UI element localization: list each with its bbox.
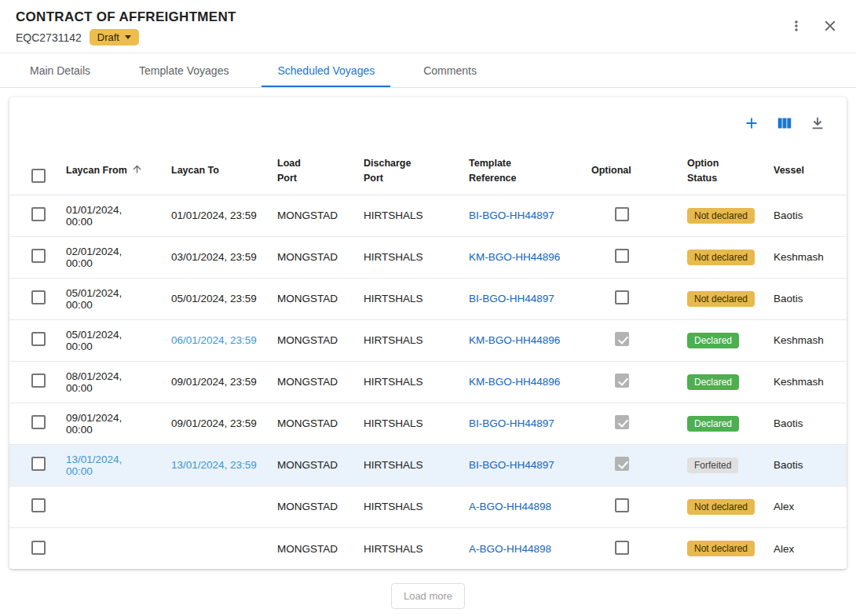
download-button[interactable]: [807, 113, 828, 133]
column-header-label: Discharge Port: [364, 158, 411, 184]
table-row[interactable]: 05/01/2024, 00:00 05/01/2024, 23:59 MONG…: [9, 278, 847, 319]
select-all-checkbox[interactable]: [31, 169, 46, 183]
tab-label: Main Details: [30, 64, 90, 77]
optional-checkbox[interactable]: [615, 374, 629, 388]
laycan-to-cell: 09/01/2024, 23:59: [171, 417, 257, 429]
laycan-to-cell: 13/01/2024, 23:59: [171, 459, 257, 471]
table-row[interactable]: 13/01/2024, 00:00 13/01/2024, 23:59 MONG…: [9, 444, 847, 486]
column-header-load-port[interactable]: Load Port: [265, 148, 351, 195]
option-status-badge: Forfeited: [687, 457, 738, 473]
template-reference-link[interactable]: KM-BGO-HH44896: [469, 251, 560, 263]
optional-checkbox[interactable]: [615, 332, 629, 346]
option-status-badge: Not declared: [687, 291, 755, 307]
column-header-discharge-port[interactable]: Discharge Port: [351, 148, 456, 195]
load-more-wrap: Load more: [9, 569, 847, 616]
option-status-badge: Not declared: [687, 499, 755, 515]
laycan-from-cell: 02/01/2024, 00:00: [66, 246, 122, 269]
laycan-from-cell: 13/01/2024, 00:00: [66, 454, 122, 477]
table-row[interactable]: 09/01/2024, 00:00 09/01/2024, 23:59 MONG…: [9, 403, 847, 444]
optional-checkbox[interactable]: [615, 415, 629, 429]
row-checkbox[interactable]: [31, 249, 46, 263]
download-icon: [809, 115, 826, 132]
laycan-from-cell: 05/01/2024, 00:00: [66, 287, 122, 311]
option-status-badge: Not declared: [687, 250, 755, 265]
column-header-label: Optional: [591, 165, 631, 176]
table-row[interactable]: 08/01/2024, 00:00 09/01/2024, 23:59 MONG…: [9, 361, 847, 403]
column-header-label: Vessel: [774, 165, 804, 176]
add-voyage-button[interactable]: [741, 113, 762, 133]
column-header-option-status[interactable]: Option Status: [675, 148, 761, 195]
voyages-table: Laycan FromLaycan ToLoad PortDischarge P…: [9, 148, 847, 569]
column-header-optional[interactable]: Optional: [579, 148, 675, 195]
column-header-template-reference[interactable]: Template Reference: [456, 148, 579, 195]
laycan-from-cell: 01/01/2024, 00:00: [66, 204, 122, 228]
table-row[interactable]: MONGSTAD HIRTSHALS A-BGO-HH44898 Not dec…: [9, 527, 847, 569]
row-checkbox[interactable]: [31, 374, 46, 388]
page-title: CONTRACT OF AFFREIGHTMENT: [16, 9, 236, 25]
close-button[interactable]: [820, 16, 840, 36]
vessel-cell: Baotis: [761, 278, 847, 319]
tab-scheduled-voyages[interactable]: Scheduled Voyages: [262, 53, 390, 87]
more-options-button[interactable]: [787, 16, 806, 35]
column-header-vessel[interactable]: Vessel: [761, 148, 847, 195]
discharge-port-cell: HIRTSHALS: [351, 361, 456, 403]
load-more-button[interactable]: Load more: [391, 583, 465, 609]
columns-button[interactable]: [774, 113, 795, 133]
add-icon: [743, 115, 760, 132]
table-row[interactable]: MONGSTAD HIRTSHALS A-BGO-HH44898 Not dec…: [9, 486, 847, 527]
tab-main-details[interactable]: Main Details: [14, 53, 106, 87]
table-row[interactable]: 01/01/2024, 00:00 01/01/2024, 23:59 MONG…: [9, 195, 847, 236]
kebab-icon: [788, 18, 804, 34]
row-checkbox[interactable]: [31, 498, 46, 512]
row-checkbox[interactable]: [31, 541, 46, 555]
optional-checkbox[interactable]: [615, 290, 629, 304]
laycan-from-cell: 08/01/2024, 00:00: [66, 370, 122, 394]
tab-template-voyages[interactable]: Template Voyages: [123, 53, 244, 87]
header-left: CONTRACT OF AFFREIGHTMENT EQC2731142 Dra…: [16, 9, 236, 46]
select-all-header: [9, 148, 53, 195]
laycan-to-cell: 06/01/2024, 23:59: [171, 334, 257, 346]
table-row[interactable]: 02/01/2024, 00:00 03/01/2024, 23:59 MONG…: [9, 236, 847, 278]
optional-checkbox[interactable]: [615, 498, 629, 512]
row-checkbox[interactable]: [31, 332, 46, 346]
tab-label: Scheduled Voyages: [277, 64, 375, 77]
contract-dialog: CONTRACT OF AFFREIGHTMENT EQC2731142 Dra…: [0, 0, 856, 616]
tab-label: Template Voyages: [139, 64, 229, 77]
template-reference-link[interactable]: A-BGO-HH44898: [469, 543, 551, 555]
column-header-label: Template Reference: [469, 158, 516, 184]
vessel-cell: Baotis: [761, 195, 847, 236]
discharge-port-cell: HIRTSHALS: [351, 486, 456, 527]
card-toolbar: [9, 97, 847, 148]
laycan-to-cell: 01/01/2024, 23:59: [171, 210, 257, 221]
contract-id: EQC2731142: [16, 31, 82, 44]
template-reference-link[interactable]: KM-BGO-HH44896: [469, 334, 560, 346]
vessel-cell: Baotis: [761, 444, 847, 486]
option-status-badge: Declared: [687, 374, 739, 390]
template-reference-link[interactable]: BI-BGO-HH44897: [469, 210, 554, 221]
optional-checkbox[interactable]: [615, 541, 629, 555]
table-header-row: Laycan FromLaycan ToLoad PortDischarge P…: [9, 148, 847, 195]
template-reference-link[interactable]: BI-BGO-HH44897: [469, 293, 554, 304]
vessel-cell: Keshmash: [761, 319, 847, 361]
tab-comments[interactable]: Comments: [408, 53, 492, 87]
template-reference-link[interactable]: KM-BGO-HH44896: [469, 376, 560, 388]
column-header-label: Laycan To: [171, 165, 219, 176]
row-checkbox[interactable]: [31, 457, 46, 471]
optional-checkbox[interactable]: [615, 207, 629, 221]
status-dropdown[interactable]: Draft: [90, 29, 139, 46]
row-checkbox[interactable]: [31, 290, 46, 304]
template-reference-link[interactable]: BI-BGO-HH44897: [469, 417, 554, 429]
optional-checkbox[interactable]: [615, 457, 629, 471]
optional-checkbox[interactable]: [615, 249, 629, 263]
load-port-cell: MONGSTAD: [265, 195, 351, 236]
row-checkbox[interactable]: [31, 207, 46, 221]
row-checkbox[interactable]: [31, 415, 46, 429]
column-header-label: Laycan From: [66, 165, 127, 176]
table-row[interactable]: 05/01/2024, 00:00 06/01/2024, 23:59 MONG…: [9, 319, 847, 361]
template-reference-link[interactable]: A-BGO-HH44898: [469, 501, 551, 512]
columns-icon: [776, 115, 793, 132]
column-header-laycan-to[interactable]: Laycan To: [159, 148, 265, 195]
template-reference-link[interactable]: BI-BGO-HH44897: [469, 459, 554, 471]
status-badge-label: Draft: [97, 31, 119, 43]
column-header-laycan-from[interactable]: Laycan From: [53, 148, 159, 195]
